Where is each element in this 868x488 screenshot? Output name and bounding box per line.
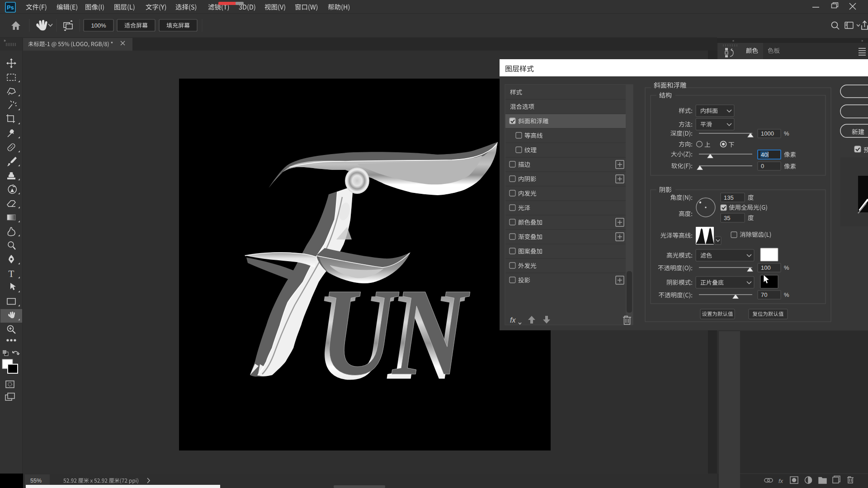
svg-text:fx: fx <box>778 478 783 484</box>
svg-text:1000: 1000 <box>761 130 774 137</box>
svg-text:35: 35 <box>724 215 730 221</box>
svg-text:55%: 55% <box>30 478 42 484</box>
svg-text:%: % <box>784 130 789 137</box>
svg-text:UN: UN <box>321 262 471 401</box>
svg-text:0: 0 <box>761 163 764 169</box>
svg-text:fx: fx <box>510 316 516 324</box>
svg-text:%: % <box>784 291 789 298</box>
svg-text:T: T <box>9 268 14 279</box>
svg-text:100%: 100% <box>91 22 106 29</box>
svg-text:Ps: Ps <box>7 5 14 11</box>
svg-text:40: 40 <box>761 151 767 158</box>
svg-text:100: 100 <box>761 264 771 271</box>
svg-text:70: 70 <box>761 291 767 298</box>
svg-text:135: 135 <box>724 194 734 201</box>
svg-text:%: % <box>784 264 789 271</box>
